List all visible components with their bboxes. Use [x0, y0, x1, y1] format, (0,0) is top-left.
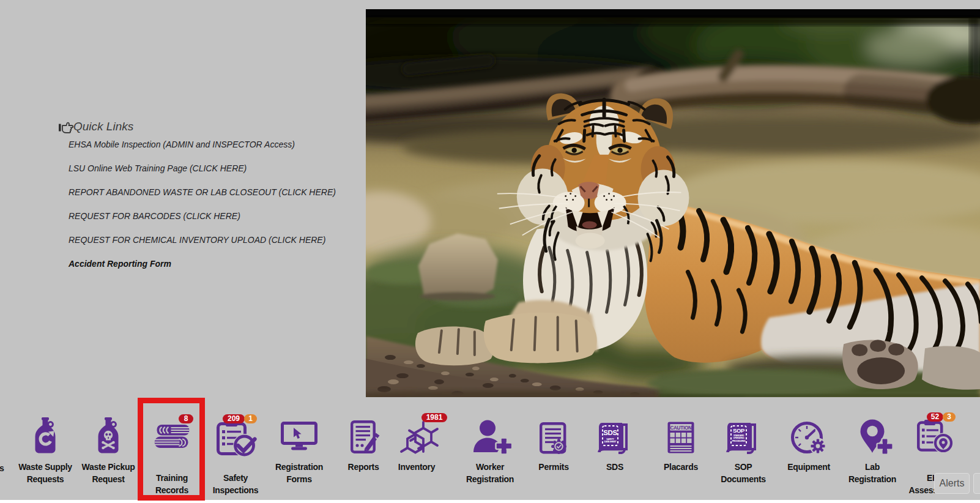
svg-text:SAFETY: SAFETY [606, 438, 614, 441]
svg-text:OPERATING: OPERATING [733, 437, 744, 439]
svg-text:DATA SHEET: DATA SHEET [604, 441, 617, 443]
svg-text:STANDARD: STANDARD [733, 434, 744, 437]
svg-text:CAUTION: CAUTION [670, 425, 692, 431]
svg-text:SDS: SDS [603, 429, 617, 436]
svg-text:PROCEDURES: PROCEDURES [732, 440, 746, 442]
svg-text:SOP: SOP [733, 427, 745, 434]
